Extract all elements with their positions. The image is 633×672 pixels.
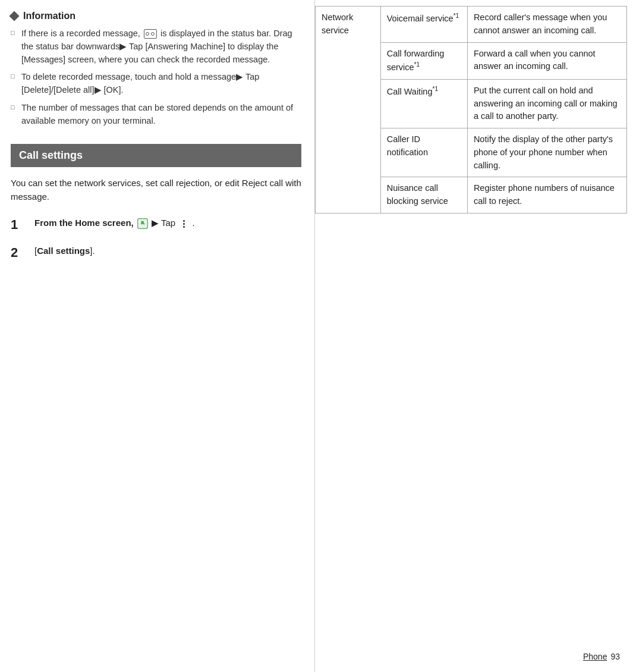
step-1: 1 From the Home screen, ▶ Tap . (11, 216, 301, 234)
info-title: Information (11, 11, 301, 21)
voicemail-desc-text: Record caller's message when you cannot … (474, 12, 607, 35)
nuisance-label: Nuisance call blocking service (380, 177, 467, 213)
cassette-reel-left (146, 32, 149, 36)
menu-dots-icon (179, 219, 188, 228)
nuisance-service-text: Nuisance call blocking service (387, 183, 448, 206)
call-forwarding-description: Forward a call when you cannot answer an… (467, 42, 626, 79)
menu-dot-1 (183, 220, 185, 222)
step-1-number: 1 (11, 216, 25, 234)
step-1-text: From the Home screen, ▶ Tap . (34, 216, 195, 230)
waiting-desc-text: Put the current call on hold and answeri… (474, 86, 618, 121)
nuisance-desc-text: Register phone numbers of nuisance call … (474, 183, 615, 206)
menu-dot-2 (183, 223, 185, 225)
caller-id-description: Notify the display of the other party's … (467, 128, 626, 177)
call-settings-header: Call settings (11, 144, 301, 167)
waiting-asterisk: *1 (433, 86, 438, 92)
step-2-bold: Call settings (37, 246, 90, 256)
voicemail-description: Record caller's message when you cannot … (467, 7, 626, 43)
cassette-reel-right (151, 32, 155, 36)
menu-dot-3 (183, 226, 185, 228)
callerid-desc-text: Notify the display of the other party's … (474, 134, 613, 170)
info-bullet-1: If there is a recorded message, is displ… (11, 27, 301, 66)
call-waiting-description: Put the current call on hold and answeri… (467, 79, 626, 128)
call-waiting-label: Call Waiting*1 (380, 79, 467, 128)
phone-icon (137, 218, 149, 230)
caller-id-label: Caller ID notification (380, 128, 467, 177)
callerid-service-text: Caller ID notification (387, 134, 428, 157)
footer: Phone 93 (583, 652, 620, 661)
info-heading: Information (23, 11, 75, 21)
nuisance-description: Register phone numbers of nuisance call … (467, 177, 626, 213)
network-service-header: Network service (316, 7, 381, 213)
call-forwarding-label: Call forwarding service*1 (380, 42, 467, 79)
information-section: Information If there is a recorded messa… (11, 11, 301, 127)
table-row-voicemail: Network service Voicemail service*1 Reco… (316, 7, 627, 43)
voicemail-asterisk: *1 (454, 12, 459, 19)
footer-phone-label: Phone (583, 652, 607, 661)
left-column: Information If there is a recorded messa… (0, 0, 315, 672)
network-table: Network service Voicemail service*1 Reco… (315, 6, 627, 213)
diamond-icon (10, 11, 20, 21)
footer-page-number: 93 (610, 652, 620, 661)
call-settings-title: Call settings (19, 149, 83, 161)
info-bullet-3: The number of messages that can be store… (11, 102, 301, 128)
col1-header-label: Network service (322, 12, 353, 35)
info-bullet-2: To delete recorded message, touch and ho… (11, 71, 301, 97)
right-column: Network service Voicemail service*1 Reco… (315, 0, 633, 672)
step-2: 2 [Call settings]. (11, 244, 301, 262)
info-list: If there is a recorded message, is displ… (11, 27, 301, 127)
forwarding-desc-text: Forward a call when you cannot answer an… (474, 49, 596, 71)
step-1-bold: From the Home screen, (34, 218, 136, 228)
step-2-number: 2 (11, 244, 25, 262)
forwarding-asterisk: *1 (414, 61, 420, 68)
voicemail-service-label: Voicemail service*1 (380, 7, 467, 43)
cassette-icon (144, 29, 157, 39)
call-settings-description: You can set the network services, set ca… (11, 177, 301, 203)
step-2-text: [Call settings]. (34, 244, 95, 258)
